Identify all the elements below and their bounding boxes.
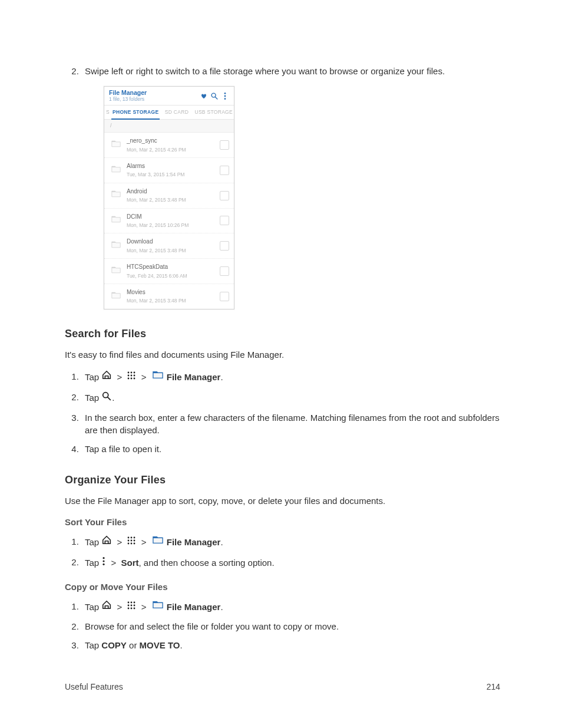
tap-text: Tap (85, 537, 99, 547)
apps-icon (127, 600, 136, 614)
overflow-menu-icon (101, 556, 106, 570)
file-manager-label: File Manager (167, 372, 221, 382)
list-item[interactable]: AlarmsTue, Mar 3, 2015 1:54 PM (104, 158, 234, 183)
tap-text: Tap (85, 558, 99, 568)
tap-text: Tap (85, 602, 99, 612)
search-step-3: In the search box, enter a few character… (81, 411, 500, 437)
folder-icon (110, 189, 123, 202)
list-item-date: Mon, Mar 2, 2015 3:48 PM (127, 297, 220, 304)
list-item[interactable]: DCIMMon, Mar 2, 2015 10:26 PM (104, 209, 234, 234)
sort-step-2: Tap > Sort, and then choose a sorting op… (81, 555, 500, 570)
search-step-1: Tap > > File Manager. (81, 370, 500, 385)
intro-steps: Swipe left or right to switch to a file … (65, 65, 500, 309)
copy-label: COPY (101, 640, 127, 650)
search-intro: It's easy to find files and documents us… (65, 348, 500, 361)
copy-step-2: Browse for and select the file or folder… (81, 620, 500, 633)
list-item-name: DCIM (127, 213, 220, 222)
heart-icon[interactable] (199, 92, 209, 101)
fm-title-text: File Manager (109, 90, 199, 96)
footer-left: Useful Features (65, 681, 123, 693)
heading-search-for-files: Search for Files (65, 326, 500, 341)
folder-icon (110, 215, 123, 227)
list-item[interactable]: DownloadMon, Mar 2, 2015 3:48 PM (104, 233, 234, 259)
footer-page-number: 214 (487, 681, 500, 693)
folder-icon (151, 535, 164, 549)
fm-tab-phone-storage[interactable]: PHONE STORAGE (111, 106, 160, 120)
list-item-name: _nero_sync (127, 137, 220, 146)
move-to-label: MOVE TO (140, 640, 180, 650)
file-manager-label: File Manager (167, 602, 221, 612)
gt: > (117, 602, 123, 612)
folder-icon (110, 139, 123, 151)
file-manager-screenshot: File Manager 1 file, 13 folders S PHONE … (104, 86, 234, 309)
list-item[interactable]: AndroidMon, Mar 2, 2015 3:48 PM (104, 183, 234, 209)
sort-rest: , and then choose a sorting option. (138, 558, 274, 568)
sort-step-1: Tap > > File Manager. (81, 535, 500, 550)
page-footer: Useful Features 214 (65, 681, 500, 693)
checkbox[interactable] (220, 166, 229, 175)
copy-steps: Tap > > File Manager. Browse for and sel… (65, 599, 500, 652)
heading-sort-your-files: Sort Your Files (65, 516, 500, 529)
list-item-date: Tue, Feb 24, 2015 6:06 AM (127, 272, 220, 279)
fm-tabs: S PHONE STORAGE SD CARD USB STORAGE (104, 106, 234, 120)
list-item[interactable]: _nero_syncMon, Mar 2, 2015 4:26 PM (104, 133, 234, 158)
fm-list: _nero_syncMon, Mar 2, 2015 4:26 PMAlarms… (104, 133, 234, 309)
copy-step-2-text: Browse for and select the file or folder… (85, 621, 339, 631)
or-text: or (127, 640, 140, 650)
list-item-info: DownloadMon, Mar 2, 2015 3:48 PM (127, 238, 220, 254)
home-icon (101, 599, 112, 614)
home-icon (101, 535, 112, 549)
list-item-date: Tue, Mar 3, 2015 1:54 PM (127, 171, 220, 178)
gt: > (141, 372, 147, 382)
tap-text: Tap (85, 640, 101, 650)
checkbox[interactable] (220, 216, 229, 225)
tap-text: Tap (85, 393, 99, 403)
tap-text: Tap (85, 372, 99, 382)
checkbox[interactable] (220, 266, 229, 276)
list-item-info: AndroidMon, Mar 2, 2015 3:48 PM (127, 187, 220, 204)
home-icon (101, 370, 112, 384)
overflow-menu-icon[interactable] (220, 92, 230, 101)
apps-icon (127, 535, 136, 549)
gt: > (141, 537, 147, 547)
search-step-2: Tap . (81, 390, 500, 406)
list-item[interactable]: HTCSpeakDataTue, Feb 24, 2015 6:06 AM (104, 259, 234, 284)
checkbox[interactable] (220, 191, 229, 200)
file-manager-label: File Manager (167, 537, 221, 547)
period: . (220, 537, 223, 547)
heading-organize-your-files: Organize Your Files (65, 472, 500, 487)
fm-path: / (104, 120, 234, 133)
search-step-4-text: Tap a file to open it. (85, 444, 161, 454)
list-item-name: HTCSpeakData (127, 263, 220, 272)
folder-icon (110, 240, 123, 252)
list-item-date: Mon, Mar 2, 2015 3:48 PM (127, 247, 220, 254)
fm-tab-usb-storage[interactable]: USB STORAGE (193, 106, 234, 120)
heading-copy-or-move: Copy or Move Your Files (65, 581, 500, 594)
checkbox[interactable] (220, 292, 229, 301)
copy-step-1: Tap > > File Manager. (81, 599, 500, 615)
fm-tab-edge-left[interactable]: S (104, 106, 111, 120)
gt: > (141, 602, 147, 612)
search-step-4: Tap a file to open it. (81, 443, 500, 456)
period: . (220, 372, 223, 382)
checkbox[interactable] (220, 140, 229, 150)
list-item-date: Mon, Mar 2, 2015 10:26 PM (127, 222, 220, 229)
list-item[interactable]: MoviesMon, Mar 2, 2015 3:48 PM (104, 284, 234, 309)
list-item-name: Download (127, 238, 220, 246)
checkbox[interactable] (220, 241, 229, 251)
list-item-date: Mon, Mar 2, 2015 3:48 PM (127, 196, 220, 203)
organize-intro: Use the File Manager app to sort, copy, … (65, 495, 500, 508)
fm-tab-sd-card[interactable]: SD CARD (160, 106, 193, 120)
list-item-name: Alarms (127, 162, 220, 171)
list-item-info: _nero_syncMon, Mar 2, 2015 4:26 PM (127, 137, 220, 153)
sort-steps: Tap > > File Manager. Tap > Sort, and th… (65, 535, 500, 571)
intro-step-2-text: Swipe left or right to switch to a file … (85, 66, 445, 76)
fm-titlebar: File Manager 1 file, 13 folders (104, 87, 234, 106)
search-icon (101, 391, 112, 406)
period: . (180, 640, 182, 650)
list-item-info: HTCSpeakDataTue, Feb 24, 2015 6:06 AM (127, 263, 220, 279)
search-step-3-text: In the search box, enter a few character… (85, 413, 500, 436)
list-item-info: DCIMMon, Mar 2, 2015 10:26 PM (127, 213, 220, 229)
search-icon[interactable] (209, 92, 220, 101)
list-item-info: AlarmsTue, Mar 3, 2015 1:54 PM (127, 162, 220, 179)
